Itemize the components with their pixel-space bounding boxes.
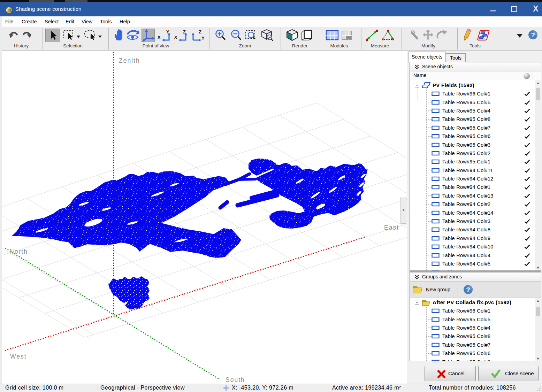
svg-text:?: ? xyxy=(466,286,470,293)
svg-text:?: ? xyxy=(531,31,535,39)
svg-text:x: x xyxy=(158,34,161,40)
svg-text:West: West xyxy=(10,353,27,360)
svg-text:East: East xyxy=(384,224,399,231)
svg-text:Zenith: Zenith xyxy=(119,57,140,64)
svg-text:North: North xyxy=(9,248,28,255)
svg-text:Z: Z xyxy=(199,29,201,34)
svg-text:Y: Y xyxy=(201,36,205,41)
svg-text:x: x xyxy=(174,34,177,40)
svg-text:South: South xyxy=(226,376,245,383)
